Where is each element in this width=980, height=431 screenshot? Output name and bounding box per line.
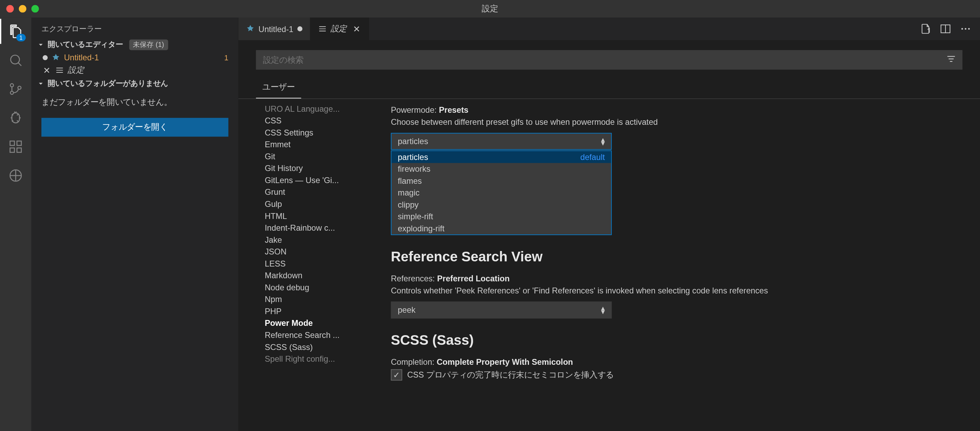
- no-folder-header[interactable]: 開いているフォルダーがありません: [32, 77, 239, 90]
- toc-item[interactable]: URO AL Language...: [256, 103, 372, 115]
- settings-toc: URO AL Language... CSS CSS Settings Emme…: [256, 99, 372, 431]
- toc-item[interactable]: Git History: [256, 162, 372, 174]
- open-editor-untitled[interactable]: Untitled-1 1: [32, 51, 239, 63]
- setting-powermode-presets: Powermode: Presets Choose between differ…: [391, 105, 963, 235]
- tabs-row: Untitled-1 設定 ✕: [239, 17, 980, 40]
- svg-point-10: [961, 28, 963, 30]
- unsaved-dot-icon: [43, 55, 48, 60]
- unsaved-dot-icon: [297, 26, 302, 32]
- section-heading-reference-search: Reference Search View: [391, 249, 963, 265]
- settings-list-icon: [55, 66, 64, 74]
- dropdown-option[interactable]: magic: [391, 187, 611, 199]
- svg-rect-7: [17, 141, 21, 146]
- search-icon[interactable]: [7, 51, 24, 69]
- toc-item[interactable]: PHP: [256, 305, 372, 317]
- window-minimize[interactable]: [19, 5, 27, 13]
- svg-point-3: [18, 86, 21, 89]
- explorer-icon[interactable]: 1: [7, 22, 24, 40]
- unsaved-tag: 未保存 (1): [129, 40, 168, 50]
- window-title: 設定: [482, 3, 498, 14]
- dropdown-option[interactable]: clippy: [391, 199, 611, 211]
- close-icon[interactable]: ✕: [353, 24, 361, 34]
- editor-name: Untitled-1: [64, 53, 99, 62]
- setting-completion-semicolon: Completion: Complete Property With Semic…: [391, 357, 963, 380]
- chevron-down-icon: [36, 40, 45, 49]
- more-actions-icon[interactable]: [960, 23, 971, 35]
- settings-list: Powermode: Presets Choose between differ…: [372, 99, 963, 431]
- close-icon[interactable]: ✕: [43, 66, 51, 74]
- pin-icon: [246, 24, 255, 33]
- toc-item[interactable]: SCSS (Sass): [256, 341, 372, 353]
- toc-item[interactable]: Node debug: [256, 281, 372, 293]
- select-arrows-icon: ▲▼: [600, 138, 606, 145]
- activity-bar: 1: [0, 17, 32, 431]
- debug-icon[interactable]: [7, 109, 24, 127]
- powermode-presets-dropdown: particles default fireworks flames magic…: [391, 151, 612, 235]
- section-heading-scss: SCSS (Sass): [391, 333, 963, 349]
- remote-icon[interactable]: [7, 167, 24, 184]
- explorer-badge: 1: [16, 34, 25, 41]
- toc-item[interactable]: JSON: [256, 246, 372, 258]
- tab-untitled[interactable]: Untitled-1: [239, 17, 310, 40]
- toc-item[interactable]: Git: [256, 151, 372, 162]
- references-location-select[interactable]: peek ▲▼: [391, 302, 612, 318]
- window-maximize[interactable]: [32, 5, 39, 13]
- source-control-icon[interactable]: [7, 80, 24, 98]
- completion-semicolon-checkbox[interactable]: ✓: [391, 369, 402, 381]
- svg-rect-6: [17, 148, 21, 152]
- settings-list-icon: [318, 24, 326, 33]
- open-editors-header[interactable]: 開いているエディター 未保存 (1): [32, 38, 239, 51]
- explorer-title: エクスプローラー: [32, 17, 239, 38]
- dropdown-option[interactable]: flames: [391, 175, 611, 187]
- toc-item[interactable]: LESS: [256, 258, 372, 269]
- explorer-panel: エクスプローラー 開いているエディター 未保存 (1) Untitled-1 1…: [32, 17, 239, 431]
- toc-item[interactable]: HTML: [256, 210, 372, 222]
- dropdown-option[interactable]: particles default: [391, 151, 611, 163]
- toc-item-power-mode[interactable]: Power Mode: [256, 317, 372, 329]
- editor-problem-count: 1: [224, 53, 234, 62]
- dropdown-option[interactable]: fireworks: [391, 163, 611, 175]
- open-folder-button[interactable]: フォルダーを開く: [41, 118, 228, 137]
- editor-area: Untitled-1 設定 ✕: [239, 17, 980, 431]
- toc-item[interactable]: Grunt: [256, 186, 372, 198]
- filter-icon[interactable]: [946, 54, 956, 63]
- chevron-down-icon: [36, 79, 45, 88]
- svg-point-0: [11, 55, 19, 64]
- tab-settings[interactable]: 設定 ✕: [310, 17, 369, 40]
- powermode-presets-select[interactable]: particles ▲▼: [391, 133, 612, 150]
- svg-point-11: [965, 28, 967, 30]
- window-close[interactable]: [6, 5, 14, 13]
- svg-rect-5: [10, 148, 14, 152]
- dropdown-option[interactable]: exploding-rift: [391, 222, 611, 235]
- toc-item[interactable]: Spell Right config...: [256, 353, 372, 365]
- svg-point-1: [10, 84, 13, 87]
- open-settings-json-icon[interactable]: [920, 23, 931, 35]
- no-folder-message: まだフォルダーを開いていません。: [32, 90, 239, 114]
- svg-point-2: [10, 91, 13, 95]
- toc-item[interactable]: Gulp: [256, 198, 372, 210]
- toc-item[interactable]: Reference Search ...: [256, 329, 372, 341]
- titlebar: 設定: [0, 0, 980, 17]
- settings-search-input[interactable]: [256, 50, 963, 69]
- toc-item[interactable]: Jake: [256, 234, 372, 246]
- toc-item[interactable]: CSS Settings: [256, 127, 372, 139]
- extensions-icon[interactable]: [7, 138, 24, 155]
- open-editor-settings[interactable]: ✕ 設定: [32, 63, 239, 77]
- settings-tab-user[interactable]: ユーザー: [256, 76, 301, 98]
- setting-references-preferred-location: References: Preferred Location Controls …: [391, 274, 963, 318]
- svg-point-12: [968, 28, 970, 30]
- svg-rect-4: [10, 141, 14, 146]
- toc-item[interactable]: Indent-Rainbow c...: [256, 222, 372, 234]
- pin-icon: [51, 53, 60, 62]
- toc-item[interactable]: Markdown: [256, 269, 372, 282]
- toc-item[interactable]: CSS: [256, 115, 372, 127]
- toc-item[interactable]: Emmet: [256, 139, 372, 151]
- select-arrows-icon: ▲▼: [600, 306, 606, 314]
- dropdown-option[interactable]: simple-rift: [391, 211, 611, 223]
- toc-item[interactable]: GitLens — Use 'Gi...: [256, 174, 372, 186]
- toc-item[interactable]: Npm: [256, 293, 372, 306]
- editor-name: 設定: [68, 65, 84, 76]
- split-editor-icon[interactable]: [940, 23, 951, 35]
